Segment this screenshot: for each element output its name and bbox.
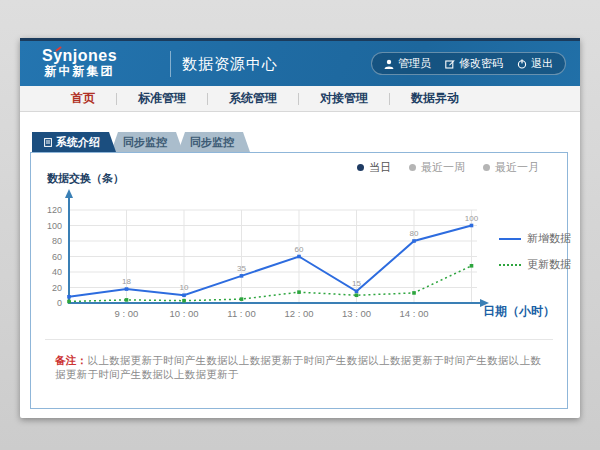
logout-button[interactable]: 退出 — [517, 56, 553, 71]
legend-label: 新增数据 — [527, 231, 571, 246]
logout-label: 退出 — [531, 56, 553, 71]
svg-text:9 : 00: 9 : 00 — [115, 308, 139, 319]
svg-text:100: 100 — [465, 214, 479, 223]
svg-text:120: 120 — [47, 205, 62, 215]
svg-text:80: 80 — [52, 236, 62, 246]
nav-item[interactable]: 对接管理 — [299, 90, 389, 107]
svg-text:0: 0 — [57, 298, 62, 308]
footnote: 备注：以上数据更新于时间产生数据以上数据更新于时间产生数据以上数据更新于时间产生… — [45, 339, 553, 382]
document-icon — [44, 138, 52, 147]
svg-text:35: 35 — [237, 264, 246, 273]
nav-item[interactable]: 首页 — [50, 90, 116, 107]
current-user-button[interactable]: 管理员 — [384, 56, 431, 71]
tab-label: 同步监控 — [190, 135, 234, 150]
current-user-label: 管理员 — [398, 56, 431, 71]
logo-text-en: Synjones — [42, 47, 117, 65]
user-toolbar: 管理员 修改密码 退出 — [371, 52, 566, 75]
tab-label: 同步监控 — [123, 135, 167, 150]
tab-bar: 系统介绍同步监控同步监控 — [32, 132, 245, 152]
nav-item[interactable]: 标准管理 — [117, 90, 207, 107]
logo-text-cn: 新中新集团 — [42, 65, 117, 78]
svg-text:60: 60 — [295, 245, 304, 254]
svg-text:13 : 00: 13 : 00 — [342, 308, 371, 319]
main-window: Synjones 新中新集团 数据资源中心 管理员 修改密码 退出 首页标准管理… — [20, 38, 580, 418]
tab[interactable]: 系统介绍 — [32, 132, 116, 152]
content-panel: 当日最近一周最近一月 数据交换（条） 0204060801001209 : 00… — [30, 152, 568, 409]
series-legend: 新增数据更新数据 — [499, 231, 571, 272]
footnote-prefix: 备注： — [55, 354, 87, 366]
footnote-text: 以上数据更新于时间产生数据以上数据更新于时间产生数据以上数据更新于时间产生数据以… — [55, 354, 541, 380]
change-password-label: 修改密码 — [459, 56, 503, 71]
edit-icon — [445, 59, 455, 69]
svg-text:12 : 00: 12 : 00 — [284, 308, 313, 319]
main-nav: 首页标准管理系统管理对接管理数据异动 — [20, 86, 580, 112]
svg-text:18: 18 — [122, 277, 131, 286]
svg-text:14 : 00: 14 : 00 — [399, 308, 428, 319]
change-password-button[interactable]: 修改密码 — [445, 56, 503, 71]
svg-text:60: 60 — [52, 252, 62, 262]
company-logo: Synjones 新中新集团 — [42, 47, 117, 78]
user-icon — [384, 59, 394, 69]
legend-label: 更新数据 — [527, 257, 571, 272]
legend-line-swatch — [499, 238, 521, 240]
tab[interactable]: 同步监控 — [111, 132, 183, 152]
svg-text:20: 20 — [52, 283, 62, 293]
svg-text:15: 15 — [352, 279, 361, 288]
tab-label: 系统介绍 — [56, 135, 100, 150]
tab[interactable]: 同步监控 — [178, 132, 250, 152]
legend-item[interactable]: 新增数据 — [499, 231, 571, 246]
x-axis-title: 日期（小时） — [483, 303, 555, 320]
svg-text:10: 10 — [180, 283, 189, 292]
svg-text:40: 40 — [52, 267, 62, 277]
power-icon — [517, 59, 527, 69]
legend-line-swatch — [499, 264, 521, 266]
legend-item[interactable]: 更新数据 — [499, 257, 571, 272]
svg-text:11 : 00: 11 : 00 — [227, 308, 255, 319]
header-divider — [170, 51, 171, 77]
page-title: 数据资源中心 — [182, 55, 278, 74]
svg-text:10 : 00: 10 : 00 — [169, 308, 198, 319]
svg-text:80: 80 — [410, 229, 419, 238]
nav-item[interactable]: 数据异动 — [390, 90, 480, 107]
svg-text:100: 100 — [47, 221, 62, 231]
header: Synjones 新中新集团 数据资源中心 管理员 修改密码 退出 — [20, 41, 580, 86]
nav-item[interactable]: 系统管理 — [208, 90, 298, 107]
